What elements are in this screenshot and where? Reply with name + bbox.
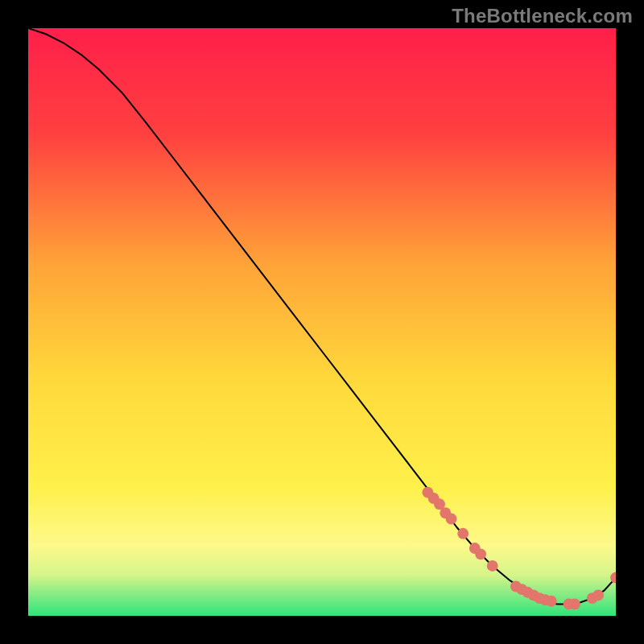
- marker-dot: [592, 590, 604, 601]
- gradient-background: [28, 28, 616, 616]
- marker-dot: [446, 514, 457, 525]
- marker-dot: [546, 596, 557, 607]
- watermark-text: TheBottleneck.com: [452, 5, 633, 27]
- marker-dot: [457, 528, 469, 539]
- chart-stage: TheBottleneck.com: [0, 0, 644, 644]
- marker-dot: [475, 548, 486, 559]
- chart-svg: [28, 28, 616, 616]
- marker-dot: [487, 560, 498, 572]
- plot-area: [28, 28, 616, 616]
- marker-dot: [569, 598, 580, 609]
